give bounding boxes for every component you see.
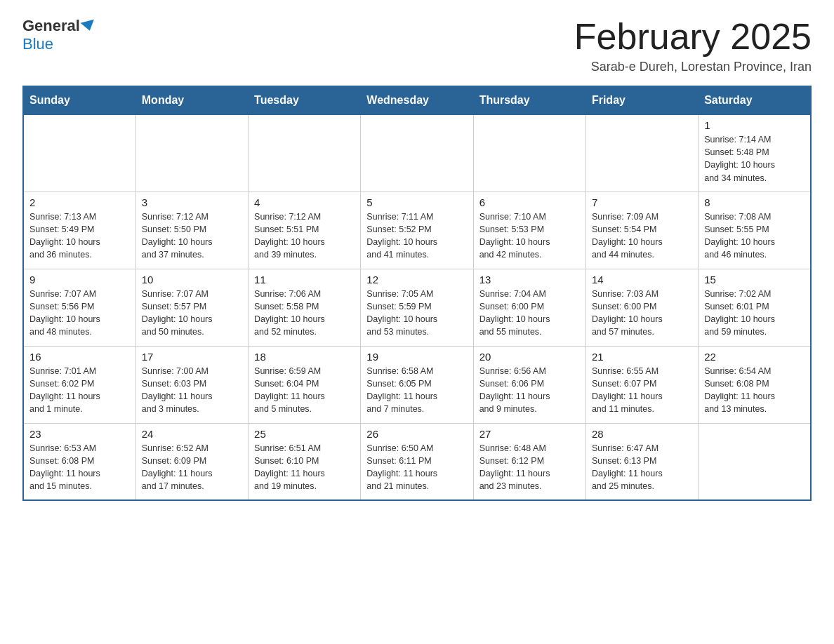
day-info: Sunrise: 7:12 AMSunset: 5:50 PMDaylight:… [142, 210, 242, 262]
calendar-week-row: 1Sunrise: 7:14 AMSunset: 5:48 PMDaylight… [23, 114, 811, 192]
calendar-header-row: SundayMondayTuesdayWednesdayThursdayFrid… [23, 86, 811, 114]
calendar-day-cell [361, 114, 473, 192]
day-info: Sunrise: 6:47 AMSunset: 6:13 PMDaylight:… [592, 442, 692, 493]
calendar-day-cell: 4Sunrise: 7:12 AMSunset: 5:51 PMDaylight… [249, 192, 361, 269]
day-of-week-header: Thursday [473, 86, 585, 114]
calendar-day-cell: 3Sunrise: 7:12 AMSunset: 5:50 PMDaylight… [135, 192, 248, 269]
calendar-day-cell [135, 114, 248, 192]
day-info: Sunrise: 6:48 AMSunset: 6:12 PMDaylight:… [479, 442, 580, 493]
day-of-week-header: Saturday [699, 86, 811, 114]
calendar-day-cell: 14Sunrise: 7:03 AMSunset: 6:00 PMDayligh… [585, 269, 698, 346]
day-number: 15 [704, 274, 805, 286]
calendar-day-cell: 11Sunrise: 7:06 AMSunset: 5:58 PMDayligh… [249, 269, 361, 346]
calendar-day-cell: 13Sunrise: 7:04 AMSunset: 6:00 PMDayligh… [473, 269, 585, 346]
calendar-day-cell: 9Sunrise: 7:07 AMSunset: 5:56 PMDaylight… [23, 269, 135, 346]
calendar-week-row: 9Sunrise: 7:07 AMSunset: 5:56 PMDaylight… [23, 269, 811, 346]
calendar-day-cell [249, 114, 361, 192]
day-of-week-header: Wednesday [361, 86, 473, 114]
day-info: Sunrise: 7:07 AMSunset: 5:56 PMDaylight:… [29, 288, 130, 339]
day-number: 12 [366, 274, 467, 286]
day-number: 2 [29, 196, 130, 208]
day-info: Sunrise: 7:08 AMSunset: 5:55 PMDaylight:… [704, 210, 805, 262]
day-info: Sunrise: 7:11 AMSunset: 5:52 PMDaylight:… [366, 210, 467, 262]
day-info: Sunrise: 7:12 AMSunset: 5:51 PMDaylight:… [254, 210, 355, 262]
page-header: General Blue February 2025 Sarab-e Dureh… [22, 17, 812, 74]
calendar-week-row: 16Sunrise: 7:01 AMSunset: 6:02 PMDayligh… [23, 346, 811, 423]
calendar-day-cell [23, 114, 135, 192]
calendar-day-cell: 18Sunrise: 6:59 AMSunset: 6:04 PMDayligh… [249, 346, 361, 423]
calendar-day-cell: 1Sunrise: 7:14 AMSunset: 5:48 PMDaylight… [699, 114, 811, 192]
day-info: Sunrise: 6:50 AMSunset: 6:11 PMDaylight:… [366, 442, 467, 493]
calendar-day-cell: 24Sunrise: 6:52 AMSunset: 6:09 PMDayligh… [135, 423, 248, 500]
day-info: Sunrise: 6:53 AMSunset: 6:08 PMDaylight:… [29, 442, 130, 493]
calendar-day-cell: 7Sunrise: 7:09 AMSunset: 5:54 PMDaylight… [585, 192, 698, 269]
calendar-day-cell: 10Sunrise: 7:07 AMSunset: 5:57 PMDayligh… [135, 269, 248, 346]
day-info: Sunrise: 7:14 AMSunset: 5:48 PMDaylight:… [704, 133, 805, 185]
day-number: 14 [592, 274, 692, 286]
day-number: 3 [142, 196, 242, 208]
day-number: 17 [142, 351, 242, 363]
day-number: 5 [366, 196, 467, 208]
calendar-day-cell: 26Sunrise: 6:50 AMSunset: 6:11 PMDayligh… [361, 423, 473, 500]
day-number: 22 [704, 351, 805, 363]
day-number: 21 [592, 351, 692, 363]
calendar-day-cell: 19Sunrise: 6:58 AMSunset: 6:05 PMDayligh… [361, 346, 473, 423]
calendar-day-cell: 17Sunrise: 7:00 AMSunset: 6:03 PMDayligh… [135, 346, 248, 423]
day-info: Sunrise: 7:09 AMSunset: 5:54 PMDaylight:… [592, 210, 692, 262]
day-number: 23 [29, 428, 130, 440]
day-info: Sunrise: 7:10 AMSunset: 5:53 PMDaylight:… [479, 210, 580, 262]
day-number: 4 [254, 196, 355, 208]
calendar-day-cell: 8Sunrise: 7:08 AMSunset: 5:55 PMDaylight… [699, 192, 811, 269]
day-of-week-header: Tuesday [249, 86, 361, 114]
day-info: Sunrise: 6:51 AMSunset: 6:10 PMDaylight:… [254, 442, 355, 493]
day-number: 1 [704, 119, 805, 131]
calendar-day-cell: 28Sunrise: 6:47 AMSunset: 6:13 PMDayligh… [585, 423, 698, 500]
logo: General Blue [22, 17, 97, 53]
day-number: 25 [254, 428, 355, 440]
day-info: Sunrise: 7:06 AMSunset: 5:58 PMDaylight:… [254, 288, 355, 339]
day-number: 20 [479, 351, 580, 363]
day-number: 11 [254, 274, 355, 286]
location-subtitle: Sarab-e Dureh, Lorestan Province, Iran [574, 60, 812, 74]
day-info: Sunrise: 7:03 AMSunset: 6:00 PMDaylight:… [592, 288, 692, 339]
day-number: 26 [366, 428, 467, 440]
day-info: Sunrise: 6:55 AMSunset: 6:07 PMDaylight:… [592, 365, 692, 416]
calendar-day-cell: 15Sunrise: 7:02 AMSunset: 6:01 PMDayligh… [699, 269, 811, 346]
day-info: Sunrise: 6:58 AMSunset: 6:05 PMDaylight:… [366, 365, 467, 416]
calendar-week-row: 23Sunrise: 6:53 AMSunset: 6:08 PMDayligh… [23, 423, 811, 500]
calendar-table: SundayMondayTuesdayWednesdayThursdayFrid… [22, 86, 812, 501]
calendar-day-cell [699, 423, 811, 500]
day-info: Sunrise: 7:13 AMSunset: 5:49 PMDaylight:… [29, 210, 130, 262]
calendar-week-row: 2Sunrise: 7:13 AMSunset: 5:49 PMDaylight… [23, 192, 811, 269]
calendar-day-cell: 12Sunrise: 7:05 AMSunset: 5:59 PMDayligh… [361, 269, 473, 346]
day-info: Sunrise: 6:52 AMSunset: 6:09 PMDaylight:… [142, 442, 242, 493]
calendar-day-cell: 21Sunrise: 6:55 AMSunset: 6:07 PMDayligh… [585, 346, 698, 423]
month-title: February 2025 [574, 17, 812, 57]
day-info: Sunrise: 6:59 AMSunset: 6:04 PMDaylight:… [254, 365, 355, 416]
day-info: Sunrise: 7:00 AMSunset: 6:03 PMDaylight:… [142, 365, 242, 416]
logo-blue-text: Blue [22, 35, 53, 53]
day-info: Sunrise: 7:02 AMSunset: 6:01 PMDaylight:… [704, 288, 805, 339]
day-number: 16 [29, 351, 130, 363]
day-of-week-header: Friday [585, 86, 698, 114]
logo-general-text: General [22, 17, 80, 35]
calendar-day-cell: 5Sunrise: 7:11 AMSunset: 5:52 PMDaylight… [361, 192, 473, 269]
day-number: 24 [142, 428, 242, 440]
calendar-day-cell: 23Sunrise: 6:53 AMSunset: 6:08 PMDayligh… [23, 423, 135, 500]
calendar-day-cell: 22Sunrise: 6:54 AMSunset: 6:08 PMDayligh… [699, 346, 811, 423]
day-number: 6 [479, 196, 580, 208]
title-block: February 2025 Sarab-e Dureh, Lorestan Pr… [574, 17, 812, 74]
day-info: Sunrise: 7:07 AMSunset: 5:57 PMDaylight:… [142, 288, 242, 339]
day-number: 10 [142, 274, 242, 286]
day-number: 18 [254, 351, 355, 363]
day-number: 28 [592, 428, 692, 440]
day-info: Sunrise: 7:04 AMSunset: 6:00 PMDaylight:… [479, 288, 580, 339]
day-number: 19 [366, 351, 467, 363]
calendar-day-cell: 25Sunrise: 6:51 AMSunset: 6:10 PMDayligh… [249, 423, 361, 500]
day-number: 7 [592, 196, 692, 208]
calendar-day-cell: 2Sunrise: 7:13 AMSunset: 5:49 PMDaylight… [23, 192, 135, 269]
day-number: 27 [479, 428, 580, 440]
day-of-week-header: Sunday [23, 86, 135, 114]
calendar-day-cell: 16Sunrise: 7:01 AMSunset: 6:02 PMDayligh… [23, 346, 135, 423]
day-info: Sunrise: 7:01 AMSunset: 6:02 PMDaylight:… [29, 365, 130, 416]
